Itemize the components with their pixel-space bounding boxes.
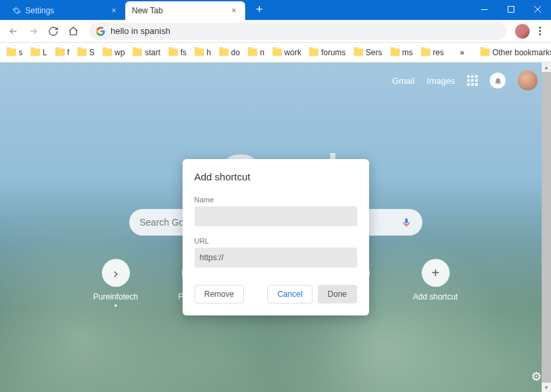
bookmarks-overflow-button[interactable]: » (460, 48, 464, 57)
bookmark-item[interactable]: s (7, 48, 23, 57)
maximize-button[interactable] (498, 0, 524, 19)
bookmark-item[interactable]: ms (390, 48, 413, 57)
browser-toolbar (0, 20, 551, 43)
shortcut-label: Pureinfotech • (92, 292, 140, 311)
omnibox-input[interactable] (111, 26, 500, 36)
reload-button[interactable] (45, 23, 61, 39)
shortcut-item[interactable]: ›Pureinfotech • (92, 259, 140, 311)
tab-strip: Settings × New Tab × + (0, 0, 270, 20)
done-button[interactable]: Done (318, 285, 357, 303)
bookmark-item[interactable]: start (133, 48, 160, 57)
name-label: Name (195, 196, 357, 204)
folder-icon (354, 49, 363, 56)
bookmark-item[interactable]: forums (309, 48, 346, 57)
add-shortcut-button[interactable]: +Add shortcut (412, 259, 460, 311)
profile-avatar[interactable] (515, 24, 530, 39)
shortcut-name-input[interactable] (195, 206, 357, 226)
gmail-link[interactable]: Gmail (392, 76, 414, 86)
vertical-scrollbar[interactable]: ▲ ▼ (542, 63, 551, 392)
minimize-button[interactable] (471, 0, 498, 19)
scroll-down-button[interactable]: ▼ (542, 383, 551, 392)
home-button[interactable] (65, 23, 81, 39)
plus-icon: + (422, 259, 450, 287)
folder-icon (133, 49, 142, 56)
back-button[interactable] (5, 23, 21, 39)
bookmarks-bar: s L f S wp start fs h do n work forums S… (0, 43, 551, 63)
bookmark-item[interactable]: fs (169, 48, 187, 57)
bookmark-item[interactable]: L (31, 48, 47, 57)
bookmark-item[interactable]: work (273, 48, 301, 57)
shortcut-icon: › (102, 259, 130, 287)
folder-icon (169, 49, 178, 56)
scroll-up-button[interactable]: ▲ (542, 63, 551, 72)
ntp-top-links: Gmail Images (392, 71, 538, 91)
new-tab-button[interactable]: + (249, 3, 270, 17)
dialog-title: Add shortcut (195, 171, 357, 182)
window-titlebar: Settings × New Tab × + (0, 0, 551, 20)
folder-icon (77, 49, 87, 56)
shortcut-url-input[interactable] (195, 248, 357, 268)
dialog-actions: Remove Cancel Done (195, 285, 357, 303)
folder-icon (248, 49, 257, 56)
apps-grid-icon[interactable] (467, 75, 478, 86)
customize-gear-icon[interactable]: ⚙ (531, 369, 542, 384)
svg-rect-0 (481, 9, 488, 10)
folder-icon (31, 49, 40, 56)
notifications-icon[interactable] (490, 73, 506, 89)
folder-icon (103, 49, 112, 56)
scrollbar-thumb[interactable] (542, 72, 551, 383)
folder-icon (55, 49, 65, 56)
new-tab-page: Gmail Images G l ›Pureinfotech • Faceboo… (0, 63, 551, 392)
tab-title: New Tab (132, 6, 163, 15)
folder-icon (195, 49, 204, 56)
address-bar[interactable] (89, 23, 507, 40)
add-shortcut-dialog: Add shortcut Name URL Remove Cancel Done (183, 159, 369, 315)
bookmark-item[interactable]: res (421, 48, 444, 57)
folder-icon (7, 49, 16, 56)
chrome-menu-button[interactable] (534, 24, 546, 38)
folder-icon (219, 49, 229, 56)
bookmark-item[interactable]: S (77, 48, 95, 57)
folder-icon (480, 49, 490, 56)
window-controls (471, 0, 551, 19)
remove-button[interactable]: Remove (195, 285, 245, 303)
folder-icon (390, 49, 400, 56)
close-tab-icon[interactable]: × (109, 6, 119, 15)
tab-settings[interactable]: Settings × (5, 1, 125, 20)
tab-new-tab[interactable]: New Tab × (125, 1, 245, 20)
cancel-button[interactable]: Cancel (267, 285, 312, 303)
close-window-button[interactable] (524, 0, 551, 19)
voice-search-icon[interactable] (401, 216, 412, 229)
google-g-icon (96, 27, 105, 36)
close-tab-icon[interactable]: × (229, 6, 239, 15)
folder-icon (421, 49, 430, 56)
bookmark-item[interactable]: n (248, 48, 265, 57)
images-link[interactable]: Images (426, 76, 455, 86)
tab-title: Settings (25, 6, 54, 15)
account-avatar[interactable] (518, 71, 538, 91)
bookmark-item[interactable]: wp (103, 48, 125, 57)
svg-rect-1 (508, 7, 514, 13)
shortcut-label: Add shortcut (413, 292, 458, 301)
folder-icon (273, 49, 282, 56)
bookmark-item[interactable]: h (195, 48, 211, 57)
forward-button[interactable] (25, 23, 41, 39)
folder-icon (309, 49, 318, 56)
bookmark-item[interactable]: do (219, 48, 240, 57)
bookmark-item[interactable]: Sers (354, 48, 382, 57)
other-bookmarks[interactable]: Other bookmarks (480, 48, 551, 57)
url-label: URL (195, 237, 357, 245)
bookmark-item[interactable]: f (55, 48, 69, 57)
gear-icon (12, 6, 21, 15)
